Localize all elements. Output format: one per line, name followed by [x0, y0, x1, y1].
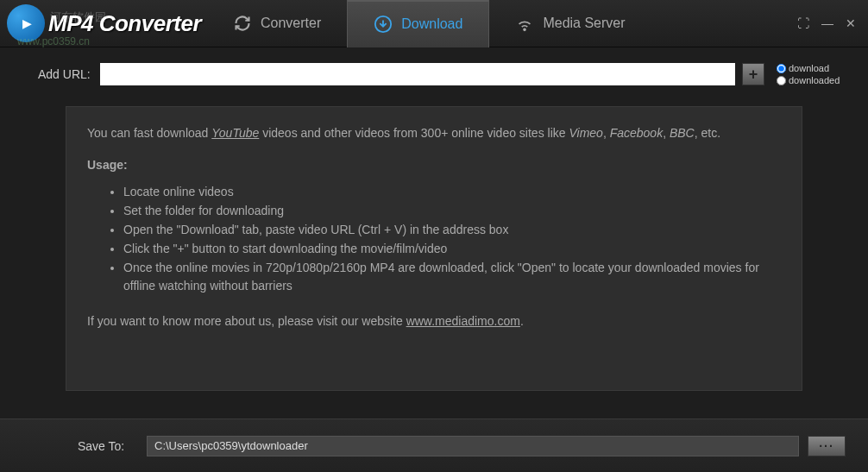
radio-downloaded[interactable]	[777, 76, 786, 85]
url-label: Add URL:	[38, 67, 93, 81]
list-item: Locate online videos	[123, 183, 781, 201]
window-controls: ⛶ — ✕	[797, 16, 868, 30]
save-path-input[interactable]	[147, 436, 799, 456]
expand-icon[interactable]: ⛶	[797, 16, 809, 30]
list-item: Click the "+" button to start downloadin…	[123, 240, 781, 258]
url-bar: Add URL: + download downloaded	[0, 47, 868, 92]
list-item: Once the online movies in 720p/1080p/216…	[123, 259, 781, 295]
usage-list: Locate online videos Set the folder for …	[87, 183, 781, 295]
svg-point-1	[524, 28, 525, 30]
tab-download[interactable]: Download	[347, 0, 489, 47]
website-link[interactable]: www.mediadimo.com	[406, 314, 520, 328]
usage-heading: Usage:	[87, 156, 781, 174]
save-label: Save To:	[78, 439, 138, 453]
intro-text: You can fast download YouTube videos and…	[87, 124, 781, 142]
content-panel: You can fast download YouTube videos and…	[66, 106, 802, 391]
wifi-icon	[515, 14, 534, 33]
list-item: Set the folder for downloading	[123, 202, 781, 220]
filter-label: downloaded	[789, 75, 840, 85]
list-item: Open the "Download" tab, paste video URL…	[123, 221, 781, 239]
tab-converter[interactable]: Converter	[207, 0, 347, 47]
url-input[interactable]	[100, 63, 735, 85]
tab-label: Media Server	[543, 16, 625, 31]
header: MP4 Converter 河东软件园 www.pc0359.cn Conver…	[0, 0, 868, 47]
bottom-bar: Save To: ···	[0, 419, 868, 472]
logo-area: MP4 Converter 河东软件园 www.pc0359.cn	[0, 4, 207, 42]
filter-download[interactable]: download	[777, 63, 846, 73]
tab-label: Converter	[261, 16, 321, 31]
close-icon[interactable]: ✕	[846, 16, 856, 30]
tab-label: Download	[401, 16, 462, 32]
minimize-icon[interactable]: —	[821, 16, 833, 30]
radio-download[interactable]	[777, 64, 786, 73]
filter-group: download downloaded	[771, 63, 846, 85]
tabs: Converter Download Media Server	[207, 0, 797, 47]
logo-icon	[7, 4, 45, 42]
app-title: MP4 Converter	[48, 10, 201, 37]
filter-downloaded[interactable]: downloaded	[777, 75, 846, 85]
tab-media-server[interactable]: Media Server	[489, 0, 651, 47]
add-button[interactable]: +	[742, 63, 764, 85]
download-icon	[374, 15, 393, 34]
browse-button[interactable]: ···	[808, 436, 846, 456]
more-info: If you want to know more about us, pleas…	[87, 312, 781, 330]
refresh-icon	[233, 14, 252, 33]
filter-label: download	[789, 63, 829, 73]
